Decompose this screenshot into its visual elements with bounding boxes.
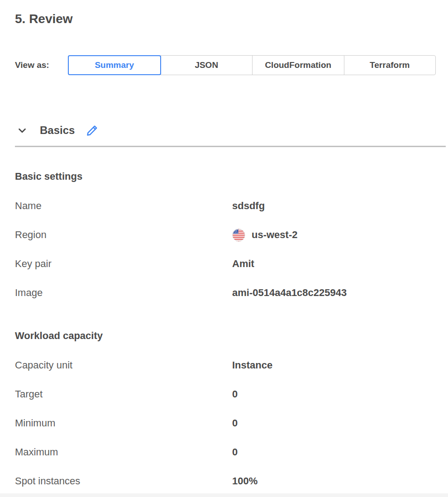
view-as-row: View as: Summary JSON CloudFormation Ter… <box>15 55 446 75</box>
group-workload-capacity: Workload capacity Capacity unit Instance… <box>15 330 446 496</box>
basics-section-header[interactable]: Basics <box>15 122 446 139</box>
row-label: Minimum <box>15 417 232 429</box>
section-divider <box>15 146 446 147</box>
row-spot-instances: Spot instances 100% <box>15 467 446 496</box>
chevron-down-icon[interactable] <box>16 124 28 136</box>
tab-summary[interactable]: Summary <box>68 55 161 75</box>
row-name: Name sdsdfg <box>15 191 446 220</box>
row-key-pair: Key pair Amit <box>15 249 446 278</box>
region-value-text: us-west-2 <box>252 229 297 241</box>
row-label: Region <box>15 229 232 241</box>
row-region: Region <box>15 220 446 249</box>
row-maximum: Maximum 0 <box>15 438 446 467</box>
section-title: Basics <box>40 124 75 137</box>
view-as-label: View as: <box>15 60 68 70</box>
row-value: us-west-2 <box>232 229 297 242</box>
row-value: ami-0514a4a1c8c225943 <box>232 287 347 299</box>
edit-basics-button[interactable] <box>86 124 99 137</box>
tab-cloudformation[interactable]: CloudFormation <box>252 55 344 75</box>
view-as-tab-group: Summary JSON CloudFormation Terraform <box>68 55 436 75</box>
row-value: 0 <box>232 446 238 458</box>
row-value: 0 <box>232 388 238 400</box>
row-value: sdsdfg <box>232 200 265 212</box>
next-section-edge <box>0 493 448 497</box>
tab-json[interactable]: JSON <box>161 55 253 75</box>
group-heading: Basic settings <box>15 171 446 182</box>
row-label: Spot instances <box>15 475 232 487</box>
row-label: Capacity unit <box>15 359 232 371</box>
group-rows: Name sdsdfg Region <box>15 191 446 307</box>
row-label: Image <box>15 287 232 299</box>
pencil-icon <box>86 124 99 137</box>
row-label: Target <box>15 388 232 400</box>
page-title: 5. Review <box>15 12 446 26</box>
row-value: 0 <box>232 417 238 429</box>
tab-terraform[interactable]: Terraform <box>344 55 436 75</box>
group-rows: Capacity unit Instance Target 0 Minimum … <box>15 351 446 496</box>
row-value: 100% <box>232 475 257 487</box>
row-label: Name <box>15 200 232 212</box>
row-capacity-unit: Capacity unit Instance <box>15 351 446 380</box>
row-target: Target 0 <box>15 380 446 409</box>
group-heading: Workload capacity <box>15 330 446 342</box>
us-flag-icon <box>232 229 245 242</box>
row-label: Maximum <box>15 446 232 458</box>
row-minimum: Minimum 0 <box>15 409 446 438</box>
row-image: Image ami-0514a4a1c8c225943 <box>15 278 446 307</box>
row-value: Amit <box>232 258 254 270</box>
review-step-panel: 5. Review View as: Summary JSON CloudFor… <box>0 12 448 496</box>
row-label: Key pair <box>15 258 232 270</box>
row-value: Instance <box>232 359 272 371</box>
group-basic-settings: Basic settings Name sdsdfg Region <box>15 171 446 307</box>
